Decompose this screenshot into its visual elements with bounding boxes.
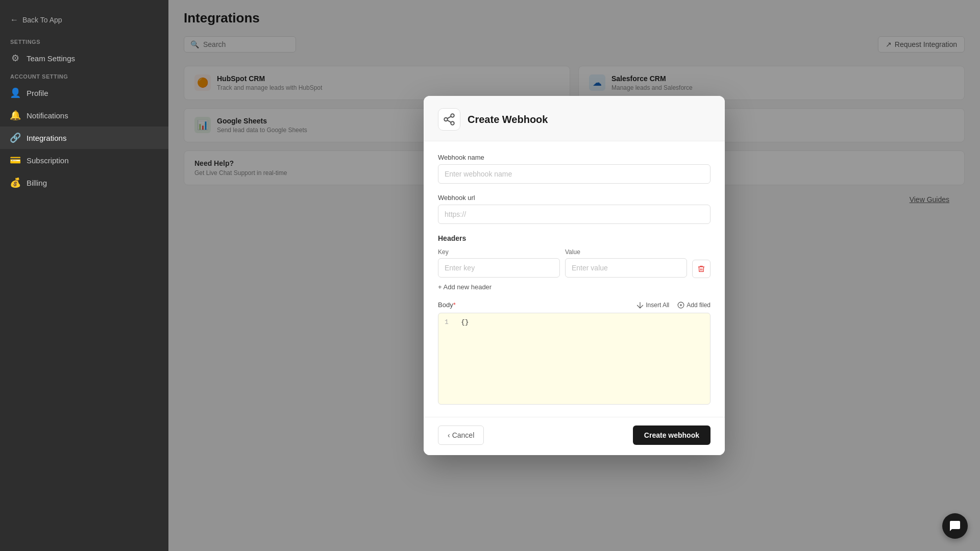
sidebar-item-notifications[interactable]: 🔔 Notifications: [0, 104, 168, 127]
back-to-app-button[interactable]: ← Back To App: [0, 10, 168, 35]
add-filed-button[interactable]: Add filed: [677, 302, 710, 309]
modal-overlay[interactable]: Create Webhook Webhook name Webhook url …: [168, 0, 980, 551]
cancel-button[interactable]: ‹ Cancel: [438, 425, 484, 445]
body-actions: Insert All Add filed: [636, 302, 710, 309]
headers-section: Headers Key Value: [438, 234, 710, 291]
key-col-label: Key: [438, 248, 560, 256]
sidebar-item-profile[interactable]: 👤 Profile: [0, 82, 168, 104]
header-value-col: Value: [565, 248, 687, 278]
create-webhook-label: Create webhook: [644, 431, 699, 439]
svg-point-2: [451, 121, 454, 125]
delete-header-button[interactable]: [692, 260, 710, 278]
modal-header: Create Webhook: [424, 96, 725, 141]
svg-point-1: [444, 118, 448, 121]
body-label: Body*: [438, 301, 456, 309]
subscription-icon: 💳: [10, 155, 20, 165]
chat-bubble-button[interactable]: [942, 513, 968, 539]
webhook-url-group: Webhook url: [438, 194, 710, 224]
webhook-name-label: Webhook name: [438, 154, 710, 161]
cancel-icon: ‹: [448, 431, 450, 439]
delete-icon: [697, 265, 705, 273]
body-code: {}: [461, 318, 469, 326]
modal-footer: ‹ Cancel Create webhook: [424, 417, 725, 455]
add-filed-label: Add filed: [687, 302, 710, 309]
team-settings-icon: ⚙: [10, 53, 20, 63]
add-header-button[interactable]: + Add new header: [438, 283, 492, 291]
body-label-text: Body: [438, 301, 453, 309]
headers-row: Key Value: [438, 248, 710, 278]
body-section: Body* Insert All: [438, 301, 710, 405]
chat-icon: [949, 520, 961, 532]
add-filed-icon: [677, 302, 684, 309]
webhook-name-group: Webhook name: [438, 154, 710, 184]
cancel-label: Cancel: [452, 431, 475, 439]
create-webhook-button[interactable]: Create webhook: [633, 425, 710, 445]
insert-all-icon: [636, 302, 644, 309]
sidebar-item-integrations[interactable]: 🔗 Integrations: [0, 127, 168, 149]
code-editor[interactable]: 1 {}: [438, 313, 710, 405]
sidebar-item-label: Profile: [27, 89, 48, 97]
body-section-header: Body* Insert All: [438, 301, 710, 309]
integrations-icon: 🔗: [10, 133, 20, 143]
value-col-label: Value: [565, 248, 687, 256]
profile-icon: 👤: [10, 88, 20, 98]
header-value-input[interactable]: [565, 258, 687, 278]
add-header-label: + Add new header: [438, 283, 492, 291]
modal-title: Create Webhook: [468, 114, 548, 126]
settings-section-label: SETTINGS: [0, 35, 168, 47]
headers-label: Headers: [438, 234, 710, 242]
svg-point-0: [451, 114, 454, 117]
webhook-name-input[interactable]: [438, 164, 710, 184]
code-line-1: 1 {}: [445, 318, 704, 326]
billing-icon: 💰: [10, 178, 20, 188]
header-key-col: Key: [438, 248, 560, 278]
sidebar: ← Back To App SETTINGS ⚙ Team Settings A…: [0, 0, 168, 551]
back-arrow-icon: ←: [10, 15, 18, 24]
modal-body: Webhook name Webhook url Headers Key: [424, 141, 725, 417]
account-section-label: ACCOUNT SETTING: [0, 69, 168, 82]
sidebar-item-label: Team Settings: [27, 54, 75, 63]
insert-all-label: Insert All: [646, 302, 669, 309]
sidebar-item-label: Subscription: [27, 156, 69, 165]
sidebar-item-label: Billing: [27, 179, 47, 187]
webhook-url-label: Webhook url: [438, 194, 710, 202]
back-to-app-label: Back To App: [22, 16, 62, 24]
line-number: 1: [445, 318, 455, 326]
webhook-url-input[interactable]: [438, 205, 710, 224]
main-content: Integrations 🔍 ↗ Request Integration 🟠 H…: [168, 0, 980, 551]
sidebar-item-subscription[interactable]: 💳 Subscription: [0, 149, 168, 171]
insert-all-button[interactable]: Insert All: [636, 302, 669, 309]
svg-line-4: [447, 116, 451, 118]
modal-icon-wrap: [438, 108, 460, 131]
header-key-input[interactable]: [438, 258, 560, 278]
svg-line-3: [447, 120, 451, 122]
webhook-icon: [443, 113, 456, 126]
sidebar-item-billing[interactable]: 💰 Billing: [0, 171, 168, 194]
create-webhook-modal: Create Webhook Webhook name Webhook url …: [424, 96, 725, 455]
sidebar-item-label: Notifications: [27, 111, 68, 120]
sidebar-item-label: Integrations: [27, 134, 66, 142]
notifications-icon: 🔔: [10, 110, 20, 120]
sidebar-item-team-settings[interactable]: ⚙ Team Settings: [0, 47, 168, 69]
